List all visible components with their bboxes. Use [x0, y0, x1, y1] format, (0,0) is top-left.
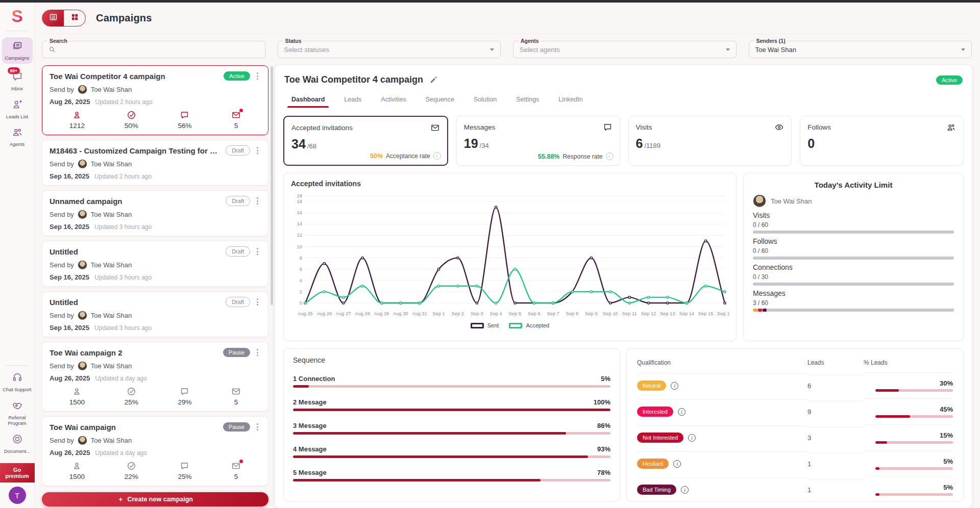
campaign-card[interactable]: Toe Wai campaignPauseSend byToe Wai Shan… — [42, 416, 268, 486]
info-icon[interactable]: i — [678, 408, 685, 416]
campaign-card[interactable]: Toe Wai campaign 2PauseSend byToe Wai Sh… — [42, 342, 268, 412]
sidebar-item-documentation[interactable]: Document... — [2, 434, 33, 454]
sidebar-item-label: Inbox — [11, 86, 23, 91]
sender-name: Toe Wai Shan — [91, 211, 132, 218]
tab-solution[interactable]: Solution — [465, 92, 505, 108]
grid-view-button[interactable] — [64, 10, 85, 26]
sequence-step-row: 3 Message86% — [293, 422, 610, 435]
stat-value: 29% — [178, 398, 191, 406]
stat-card-mail[interactable]: Accepted invitations34/6850%Acceptance r… — [283, 116, 448, 166]
stat-card-label: Accepted invitations — [291, 124, 430, 132]
chart-legend: SentAccepted — [291, 322, 729, 328]
kebab-menu-icon[interactable] — [254, 71, 261, 81]
campaign-status-badge: Active — [224, 71, 250, 81]
sequence-panel-title: Sequence — [293, 356, 610, 364]
campaign-updated: Updated 3 hours ago — [94, 274, 152, 281]
tab-settings[interactable]: Settings — [508, 92, 547, 108]
sidebar-item-inbox[interactable]: 99+ Inbox — [2, 71, 33, 91]
kebab-menu-icon[interactable] — [254, 297, 261, 307]
kebab-menu-icon[interactable] — [254, 196, 261, 206]
kebab-menu-icon[interactable] — [254, 347, 261, 358]
sequence-step-label: 5 Message — [293, 469, 327, 476]
stat-value: 25% — [125, 398, 138, 406]
agents-select[interactable]: Agents Select agents — [513, 41, 737, 58]
campaign-updated: Updated a day ago — [95, 449, 147, 456]
page-title: Campaigns — [96, 12, 152, 24]
chat-icon — [180, 387, 189, 396]
scrollbar-thumb[interactable] — [271, 66, 273, 305]
qualification-header: % Leads — [864, 356, 953, 372]
person-stat: 1500 — [69, 387, 85, 406]
info-icon[interactable]: i — [606, 153, 614, 160]
stat-card-value: 6 — [636, 136, 643, 150]
avatar — [753, 194, 766, 208]
svg-text:16: 16 — [297, 210, 302, 215]
info-icon[interactable]: i — [673, 460, 681, 468]
go-premium-button[interactable]: Go premium — [0, 463, 35, 482]
search-input[interactable] — [60, 46, 258, 54]
list-view-button[interactable] — [42, 10, 64, 26]
inbox-unread-badge: 99+ — [8, 67, 19, 74]
qualification-leads: 1 — [807, 453, 864, 474]
app-logo[interactable]: S — [11, 6, 23, 27]
stat-value: 50% — [125, 122, 138, 130]
stat-card-value: 19 — [464, 136, 478, 150]
kebab-menu-icon[interactable] — [254, 145, 261, 156]
tab-dashboard[interactable]: Dashboard — [283, 92, 333, 108]
campaign-card[interactable]: UntitledDraftSend byToe Wai ShanSep 16, … — [42, 241, 268, 287]
chevron-down-icon — [961, 48, 965, 51]
sidebar-item-referral-program[interactable]: Referral Program — [2, 400, 33, 426]
campaign-date: Sep 16, 2025 — [50, 172, 89, 180]
qualification-panel: QualificationLeads% LeadsNeutrali630%Int… — [626, 348, 964, 501]
legend-swatch — [471, 323, 484, 328]
kebab-menu-icon[interactable] — [254, 246, 261, 257]
tab-activities[interactable]: Activities — [373, 92, 414, 108]
activity-limit-panel: Today's Activity Limit Toe Wai Shan Visi… — [743, 173, 964, 341]
svg-text:Sep 16: Sep 16 — [717, 311, 729, 316]
status-select[interactable]: Status Select statuses — [278, 41, 501, 58]
campaign-status-badge: Pause — [223, 348, 250, 357]
sequence-step-percent: 100% — [594, 398, 610, 406]
activity-label: Messages — [753, 289, 954, 297]
edit-pencil-icon[interactable] — [429, 75, 438, 84]
qualification-percent: 5% — [864, 458, 953, 465]
stat-card-eye[interactable]: Visits6/1189 — [628, 116, 792, 166]
campaign-card[interactable]: UntitledDraftSend byToe Wai ShanSep 16, … — [42, 291, 268, 337]
campaign-card[interactable]: Toe Wai Competitor 4 campaignActiveSend … — [42, 65, 268, 135]
tab-sequence[interactable]: Sequence — [418, 92, 462, 108]
person-icon — [72, 387, 82, 396]
info-icon[interactable]: i — [671, 382, 678, 390]
campaign-card[interactable]: Unnamed campaignDraftSend byToe Wai Shan… — [42, 190, 268, 236]
info-icon[interactable]: i — [681, 486, 689, 494]
chat-icon — [603, 122, 612, 132]
senders-select[interactable]: Senders (1) Toe Wai Shan — [749, 41, 972, 58]
stat-card-chat[interactable]: Messages19/3455.88%Response ratei — [456, 116, 620, 166]
info-icon[interactable]: i — [688, 434, 696, 442]
sequence-progressbar — [293, 409, 610, 411]
kebab-menu-icon[interactable] — [254, 422, 261, 432]
svg-text:12: 12 — [297, 232, 302, 238]
info-icon[interactable]: i — [433, 152, 441, 160]
activity-panel-title: Today's Activity Limit — [753, 181, 954, 189]
send-by-label: Send by — [50, 312, 74, 319]
create-new-campaign-button[interactable]: ＋ Create new campaign — [42, 492, 268, 506]
stat-card-people[interactable]: Follows0 — [800, 116, 964, 166]
sidebar-item-agents[interactable]: Agents — [2, 126, 33, 147]
qualification-row: Interestedi — [637, 399, 807, 423]
stat-value: 25% — [178, 473, 191, 480]
campaign-card[interactable]: M18463 - Customized Campaign Testing for… — [42, 140, 268, 186]
campaign-updated: Updated 2 hours ago — [94, 173, 152, 180]
chart-title: Accepted invitations — [291, 180, 729, 188]
campaign-card-title: Toe Wai Competitor 4 campaign — [50, 72, 219, 81]
search-field[interactable]: Search — [42, 41, 265, 58]
sidebar-item-chat-support[interactable]: Chat Support — [2, 372, 33, 392]
svg-text:4: 4 — [300, 277, 302, 283]
tab-leads[interactable]: Leads — [336, 92, 370, 108]
campaign-updated: Updated 3 hours ago — [94, 223, 152, 231]
user-avatar[interactable]: T — [9, 487, 26, 504]
tab-linkedin[interactable]: LinkedIn — [550, 92, 591, 108]
sidebar-item-leads-list[interactable]: Leads List — [2, 99, 33, 119]
svg-text:Sep 15: Sep 15 — [698, 311, 713, 316]
sequence-step-row: 1 Connection5% — [293, 375, 610, 388]
sidebar-item-campaigns[interactable]: Campaigns — [2, 37, 33, 64]
